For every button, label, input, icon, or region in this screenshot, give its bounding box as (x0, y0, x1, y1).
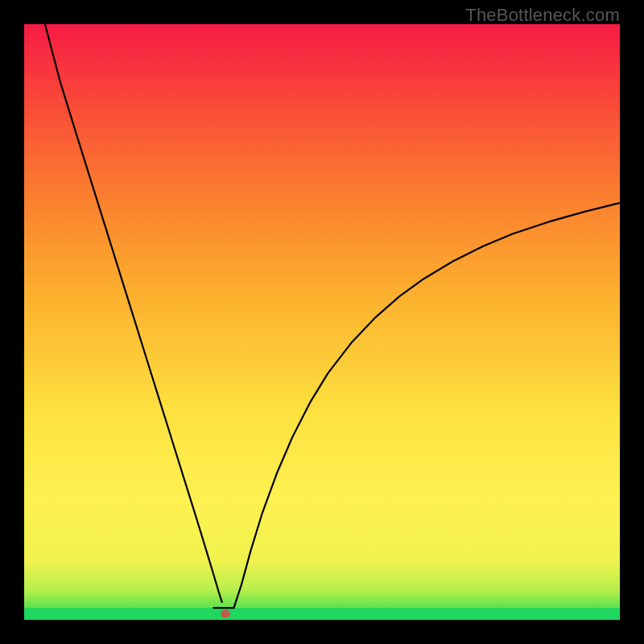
green-band (24, 608, 620, 620)
chart-svg (24, 24, 620, 620)
optimal-point-marker (221, 610, 230, 618)
gradient-background (24, 24, 620, 620)
plot-frame (24, 24, 620, 620)
watermark-text: TheBottleneck.com (465, 5, 620, 26)
